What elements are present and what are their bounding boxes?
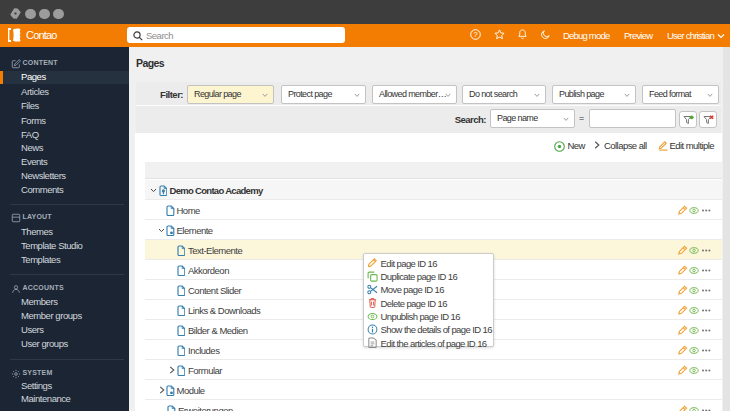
svg-text:?: ?	[473, 30, 477, 39]
